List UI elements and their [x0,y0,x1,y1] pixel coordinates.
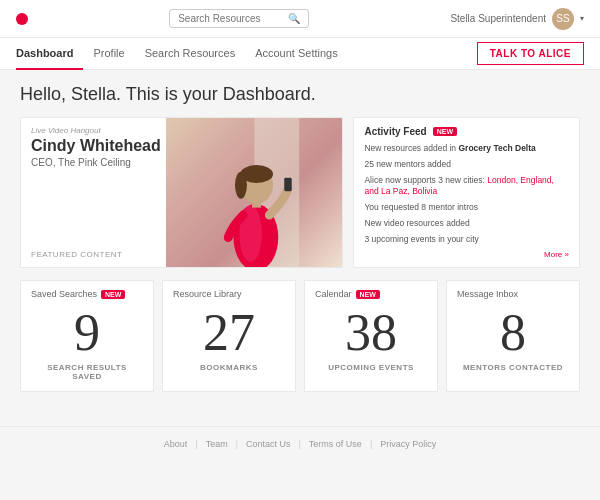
search-box[interactable]: 🔍 [169,9,309,28]
svg-point-6 [235,172,247,199]
nav-account-settings[interactable]: Account Settings [245,38,348,70]
stat-number-2: 27 [203,307,255,359]
activity-item-1: New resources added in Grocery Tech Delt… [364,143,569,154]
user-name: Stella Superintendent [450,13,546,24]
nav-dashboard[interactable]: Dashboard [16,38,83,70]
more-link[interactable]: More » [364,250,569,259]
stat-badge-3: NEW [356,290,380,299]
search-icon: 🔍 [288,13,300,24]
stat-label-1: SEARCH RESULTSSAVED [47,363,127,381]
footer-privacy[interactable]: Privacy Policy [380,439,436,449]
activity-item-3: Alice now supports 3 new cities: London,… [364,175,569,197]
stat-title-1: Saved Searches [31,289,97,299]
featured-card: Live Video Hangout Cindy Whitehead CEO, … [20,117,343,268]
stat-resource-library: Resource Library 27 BOOKMARKS [162,280,296,392]
activity-new-badge: NEW [433,127,457,136]
stat-badge-1: NEW [101,290,125,299]
nav-profile[interactable]: Profile [83,38,134,70]
talk-to-alice-button[interactable]: TALK TO ALICE [477,42,584,65]
activity-item-2: 25 new mentors added [364,159,569,170]
footer-team[interactable]: Team [206,439,228,449]
stat-number-1: 9 [74,307,100,359]
avatar: SS [552,8,574,30]
featured-image-placeholder [166,118,343,267]
stat-header-2: Resource Library [173,289,285,299]
activity-item-5: New video resources added [364,218,569,229]
stat-label-4: MENTORS CONTACTED [463,363,563,372]
logo [16,13,28,25]
nav-search-resources[interactable]: Search Resources [135,38,246,70]
activity-header: Activity Feed NEW [364,126,569,137]
stat-header-4: Message Inbox [457,289,569,299]
stat-saved-searches: Saved Searches NEW 9 SEARCH RESULTSSAVED [20,280,154,392]
main-content: Hello, Stella. This is your Dashboard. L… [0,70,600,406]
stat-header-3: Calendar NEW [315,289,427,299]
footer-about[interactable]: About [164,439,188,449]
footer: About | Team | Contact Us | Terms of Use… [0,426,600,461]
nav-links: Dashboard Profile Search Resources Accou… [16,38,348,70]
stat-number-4: 8 [500,307,526,359]
page-greeting: Hello, Stella. This is your Dashboard. [20,84,580,105]
stat-number-3: 38 [345,307,397,359]
chevron-down-icon[interactable]: ▾ [580,14,584,23]
user-area: Stella Superintendent SS ▾ [450,8,584,30]
featured-bottom-label: FEATURED CONTENT [31,250,122,259]
stat-label-3: UPCOMING EVENTS [328,363,414,372]
stat-title-4: Message Inbox [457,289,518,299]
stat-title-3: Calendar [315,289,352,299]
stat-title-2: Resource Library [173,289,242,299]
activity-title: Activity Feed [364,126,426,137]
search-area: 🔍 [28,9,450,28]
header: 🔍 Stella Superintendent SS ▾ [0,0,600,38]
search-input[interactable] [178,13,284,24]
stat-header-1: Saved Searches NEW [31,289,143,299]
featured-image [166,118,343,267]
top-grid: Live Video Hangout Cindy Whitehead CEO, … [20,117,580,268]
stats-grid: Saved Searches NEW 9 SEARCH RESULTSSAVED… [20,280,580,392]
activity-item-4: You requested 8 mentor intros [364,202,569,213]
activity-card: Activity Feed NEW New resources added in… [353,117,580,268]
stat-label-2: BOOKMARKS [200,363,258,372]
activity-item-6: 3 upcoming events in your city [364,234,569,245]
nav-bar: Dashboard Profile Search Resources Accou… [0,38,600,70]
stat-message-inbox: Message Inbox 8 MENTORS CONTACTED [446,280,580,392]
footer-terms[interactable]: Terms of Use [309,439,362,449]
svg-rect-7 [284,178,291,191]
stat-calendar: Calendar NEW 38 UPCOMING EVENTS [304,280,438,392]
footer-contact-us[interactable]: Contact Us [246,439,291,449]
